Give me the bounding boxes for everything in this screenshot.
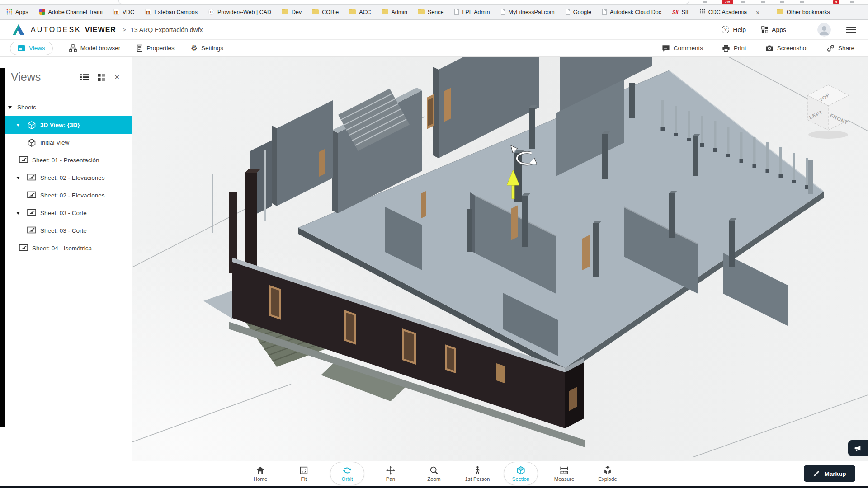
view-cube[interactable]: TOP LEFT FRONT — [807, 85, 849, 139]
apps-launcher[interactable]: Apps — [6, 9, 28, 15]
bookmark-item[interactable]: MyFitnessPal.com — [501, 9, 555, 15]
page-icon — [454, 9, 459, 15]
collapse-arrow-icon[interactable] — [8, 106, 12, 109]
document-title: 13 ARQ Exportación.dwfx — [131, 26, 203, 33]
tool-section[interactable]: Section — [504, 462, 538, 485]
other-bookmarks[interactable]: Other bookmarks — [777, 9, 830, 15]
tree-item-sheet-02-child[interactable]: Sheet: 02 - Elevaciones — [0, 187, 132, 204]
menu-icon[interactable] — [846, 27, 856, 33]
bottom-toolbar: Home Fit Orbit — [0, 461, 868, 486]
avatar[interactable] — [817, 23, 831, 37]
model-canvas[interactable]: TOP LEFT FRONT — [132, 57, 868, 461]
tab-properties[interactable]: Properties — [137, 44, 175, 52]
collapse-arrow-icon[interactable] — [16, 212, 20, 215]
tree-item-sheet-02[interactable]: Sheet: 02 - Elevaciones — [0, 169, 132, 187]
close-icon[interactable]: ✕ — [114, 73, 120, 81]
collapse-arrow-icon[interactable] — [16, 177, 20, 179]
bookmark-item[interactable]: CDC Academia — [699, 9, 747, 15]
sheet-icon — [27, 174, 36, 183]
bookmark-item[interactable]: Dev — [282, 9, 302, 15]
tool-zoom[interactable]: Zoom — [417, 462, 451, 485]
tab-views[interactable]: Views — [10, 42, 53, 55]
main-area: Views ✕ — [0, 57, 868, 461]
tool-pan[interactable]: Pan — [373, 462, 408, 485]
share-link-icon — [827, 44, 835, 52]
tool-first-person[interactable]: 1st Person — [460, 462, 495, 485]
extension-icon — [703, 1, 707, 3]
bookmark-item[interactable]: Sii SII — [672, 9, 689, 15]
tree-item-3d-view[interactable]: 3D View: {3D} — [0, 116, 132, 134]
autodesk-viewer-window: 715 9 Apps Adobe Channel Traini m VDC m … — [0, 0, 868, 488]
extension-icon — [800, 1, 804, 3]
tree-item-sheets[interactable]: Sheets — [0, 99, 132, 116]
tool-fit[interactable]: Fit — [287, 462, 321, 485]
markup-button[interactable]: Markup — [804, 465, 855, 482]
bookmark-item[interactable]: LPF Admin — [454, 9, 490, 15]
bookmark-item[interactable]: C Providers-Web | CAD — [208, 9, 271, 15]
screenshot-button[interactable]: Screenshot — [765, 45, 808, 52]
apps-button[interactable]: Apps — [761, 26, 786, 33]
breadcrumb-chevron: > — [123, 26, 126, 33]
tool-home[interactable]: Home — [243, 462, 278, 485]
cl-icon: C — [208, 9, 214, 15]
folder-icon — [312, 9, 319, 14]
folder-icon — [282, 9, 288, 14]
building-model[interactable] — [203, 57, 824, 447]
sheet-icon — [19, 244, 28, 253]
help-button[interactable]: ? Help — [722, 26, 746, 33]
collapse-arrow-icon[interactable] — [16, 124, 20, 127]
browser-chrome-sliver: 715 9 — [0, 0, 868, 5]
list-view-icon[interactable] — [80, 74, 89, 80]
sheets-tree: Sheets 3D View: {3D} — [0, 93, 132, 257]
comments-button[interactable]: Comments — [662, 45, 703, 52]
bookmark-item[interactable]: Admin — [382, 9, 407, 15]
brand-autodesk: AUTODESK — [31, 26, 81, 34]
tab-settings[interactable]: ⚙ Settings — [191, 44, 223, 52]
tree-item-sheet-03-child[interactable]: Sheet: 03 - Corte — [0, 222, 132, 239]
tree-item-sheet-04[interactable]: Sheet: 04 - Isométrica — [0, 239, 132, 257]
explode-icon — [603, 465, 613, 475]
tool-explode[interactable]: Explode — [590, 462, 625, 485]
folder-icon — [418, 9, 425, 14]
cube-icon — [27, 138, 36, 147]
recording-left-strip — [0, 68, 5, 427]
folder-icon — [777, 9, 783, 14]
header-separator — [802, 24, 802, 36]
bookmark-item[interactable]: Google — [566, 9, 591, 15]
autodesk-brand[interactable]: AUTODESK VIEWER — [12, 24, 116, 36]
extension-icon — [741, 1, 745, 3]
bookmark-item[interactable]: m VDC — [113, 9, 134, 15]
properties-icon — [137, 44, 143, 52]
tab-model-browser[interactable]: Model browser — [69, 44, 121, 52]
help-icon: ? — [722, 26, 729, 33]
tool-measure[interactable]: Measure — [547, 462, 581, 485]
tool-orbit[interactable]: Orbit — [330, 462, 364, 485]
bookmark-item[interactable]: m Esteban Campos — [145, 9, 198, 15]
extension-icon — [761, 1, 765, 3]
sii-icon: Sii — [672, 9, 678, 15]
grid-view-icon[interactable] — [98, 74, 105, 81]
tree-item-initial-view[interactable]: Initial View — [0, 134, 132, 151]
folder-icon — [382, 9, 388, 14]
bookmark-item[interactable]: Sence — [418, 9, 443, 15]
apps-label: Apps — [15, 9, 28, 15]
print-button[interactable]: Print — [722, 44, 746, 52]
bookmark-item[interactable]: Adobe Channel Traini — [39, 9, 103, 15]
magnifier-icon — [429, 465, 439, 475]
bookmarks-overflow-chevron[interactable]: » — [756, 9, 760, 16]
adobe-icon — [39, 9, 45, 15]
feedback-megaphone-button[interactable] — [848, 440, 868, 456]
tree-item-sheet-03[interactable]: Sheet: 03 - Corte — [0, 204, 132, 222]
bookmark-item[interactable]: Autodesk Cloud Doc — [602, 9, 661, 15]
cube-icon — [27, 121, 36, 130]
bookmark-item[interactable]: ACC — [349, 9, 371, 15]
viewport[interactable]: TOP LEFT FRONT — [132, 57, 868, 461]
sheet-icon — [19, 156, 28, 165]
views-panel-title: Views — [11, 70, 41, 84]
views-icon — [18, 45, 25, 51]
bookmark-item[interactable]: COBie — [312, 9, 339, 15]
share-button[interactable]: Share — [827, 44, 854, 52]
tree-item-sheet-01[interactable]: Sheet: 01 - Presentación — [0, 151, 132, 169]
page-icon — [566, 9, 570, 15]
dots-grid-icon — [699, 9, 705, 15]
